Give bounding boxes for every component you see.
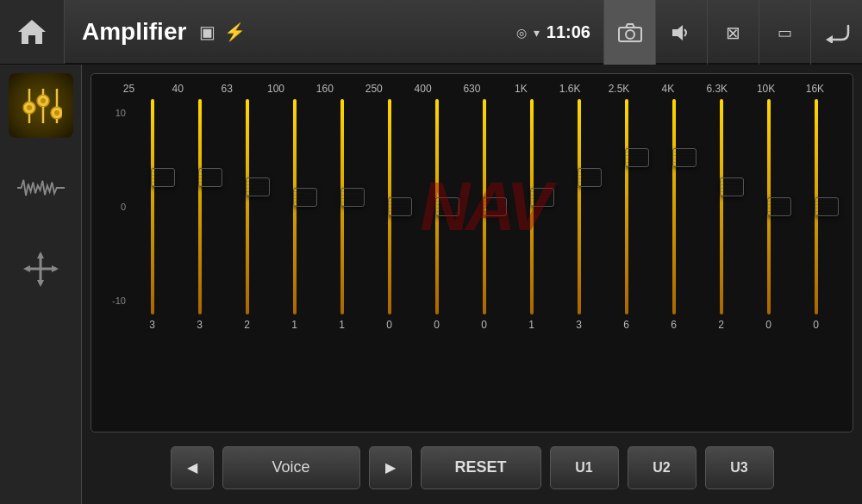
slider-col <box>792 99 840 314</box>
freq-label: 10K <box>749 83 784 95</box>
slider-col <box>745 99 792 314</box>
header-status-icons: ▣ ⚡ <box>199 22 246 42</box>
svg-point-10 <box>41 98 46 103</box>
slider-col <box>650 99 697 314</box>
slider-col <box>460 99 508 314</box>
freq-label: 6.3K <box>700 83 734 95</box>
value-label: 1 <box>325 319 359 331</box>
freq-label: 250 <box>357 83 391 95</box>
svg-marker-3 <box>672 25 683 40</box>
sidebar-item-balance[interactable] <box>9 237 73 302</box>
close-button[interactable]: ⊠ <box>707 0 759 65</box>
reset-button[interactable]: RESET <box>421 446 541 489</box>
svg-marker-20 <box>37 280 44 287</box>
u1-button[interactable]: U1 <box>550 446 619 489</box>
value-label: 0 <box>420 319 454 331</box>
slider-col <box>603 99 650 314</box>
window-icon: ▭ <box>778 23 792 42</box>
db-label-0: 0 <box>104 202 126 212</box>
eq-slider-400[interactable] <box>424 99 450 314</box>
frequency-labels: 2540631001602504006301K1.6K2.5K4K6.3K10K… <box>104 83 840 95</box>
header-right: ◎ ▾ 11:06 ⊠ ▭ <box>503 0 862 65</box>
u3-button[interactable]: U3 <box>705 446 774 489</box>
freq-label: 25 <box>111 83 146 95</box>
home-icon <box>16 16 47 47</box>
freq-label: 2.5K <box>602 83 636 95</box>
value-label: 6 <box>657 319 691 331</box>
balance-icon <box>22 250 60 289</box>
value-labels: 332110001366200 <box>104 319 840 331</box>
u2-button[interactable]: U2 <box>628 446 696 489</box>
sidebar-item-wave[interactable] <box>9 155 73 220</box>
eq-slider-63[interactable] <box>234 99 260 314</box>
eq-slider-250[interactable] <box>377 99 403 314</box>
freq-label: 1K <box>503 83 538 95</box>
eq-slider-4k[interactable] <box>661 99 687 314</box>
wave-icon <box>17 175 65 201</box>
value-label: 6 <box>609 319 644 331</box>
back-button[interactable] <box>810 0 862 65</box>
freq-label: 400 <box>406 83 440 95</box>
time-display: 11:06 <box>547 22 590 42</box>
eq-slider-1k[interactable] <box>519 99 545 314</box>
slider-col <box>555 99 603 314</box>
svg-marker-4 <box>826 35 833 43</box>
preset-label-button[interactable]: Voice <box>222 446 360 489</box>
value-label: 1 <box>515 319 549 331</box>
value-label: 0 <box>799 319 834 331</box>
eq-slider-16k[interactable] <box>803 99 829 314</box>
usb-icon: ⚡ <box>224 22 246 42</box>
eq-slider-630[interactable] <box>472 99 497 314</box>
freq-label: 630 <box>454 83 489 95</box>
svg-marker-21 <box>23 265 30 272</box>
eq-slider-25[interactable] <box>140 99 166 314</box>
svg-marker-22 <box>52 265 59 272</box>
volume-icon <box>671 23 693 42</box>
eq-slider-1.6k[interactable] <box>566 99 592 314</box>
next-preset-button[interactable]: ▶ <box>369 446 412 489</box>
eq-slider-100[interactable] <box>282 99 308 314</box>
page-title: Amplifier <box>82 18 186 46</box>
freq-label: 1.6K <box>553 83 587 95</box>
main-area: 2540631001602504006301K1.6K2.5K4K6.3K10K… <box>0 65 862 504</box>
eq-slider-2.5k[interactable] <box>614 99 640 314</box>
bottom-controls: ◀ Voice ▶ RESET U1 U2 U3 <box>91 439 853 495</box>
eq-slider-10k[interactable] <box>756 99 782 314</box>
value-label: 2 <box>230 319 265 331</box>
value-label: 1 <box>278 319 312 331</box>
sidebar <box>0 65 82 504</box>
home-button[interactable] <box>0 0 65 64</box>
window-button[interactable]: ▭ <box>759 0 810 65</box>
value-label: 0 <box>752 319 786 331</box>
eq-slider-6.3k[interactable] <box>709 99 734 314</box>
prev-preset-button[interactable]: ◀ <box>171 446 214 489</box>
freq-label: 100 <box>259 83 293 95</box>
slider-col <box>271 99 318 314</box>
svg-marker-19 <box>37 252 44 258</box>
back-icon <box>824 22 850 43</box>
camera-button[interactable] <box>603 0 655 65</box>
memory-icon: ▣ <box>199 22 216 42</box>
freq-label: 63 <box>209 83 244 95</box>
header: Amplifier ▣ ⚡ ◎ ▾ 11:06 ⊠ ▭ <box>0 0 862 65</box>
value-label: 2 <box>704 319 739 331</box>
volume-button[interactable] <box>655 0 707 65</box>
close-icon: ⊠ <box>726 22 740 43</box>
slider-col <box>413 99 460 314</box>
db-label-neg10: -10 <box>104 296 126 306</box>
slider-col <box>508 99 555 314</box>
value-label: 3 <box>183 319 217 331</box>
slider-col <box>697 99 745 314</box>
eq-area: 2540631001602504006301K1.6K2.5K4K6.3K10K… <box>82 65 862 504</box>
sidebar-item-eq[interactable] <box>9 73 73 138</box>
eq-slider-160[interactable] <box>329 99 355 314</box>
slider-col <box>365 99 413 314</box>
value-label: 0 <box>372 319 407 331</box>
eq-slider-40[interactable] <box>187 99 213 314</box>
slider-col <box>128 99 176 314</box>
value-label: 3 <box>562 319 597 331</box>
slider-col <box>223 99 271 314</box>
svg-marker-0 <box>18 20 46 44</box>
db-label-10: 10 <box>104 108 126 118</box>
svg-point-2 <box>626 30 634 39</box>
